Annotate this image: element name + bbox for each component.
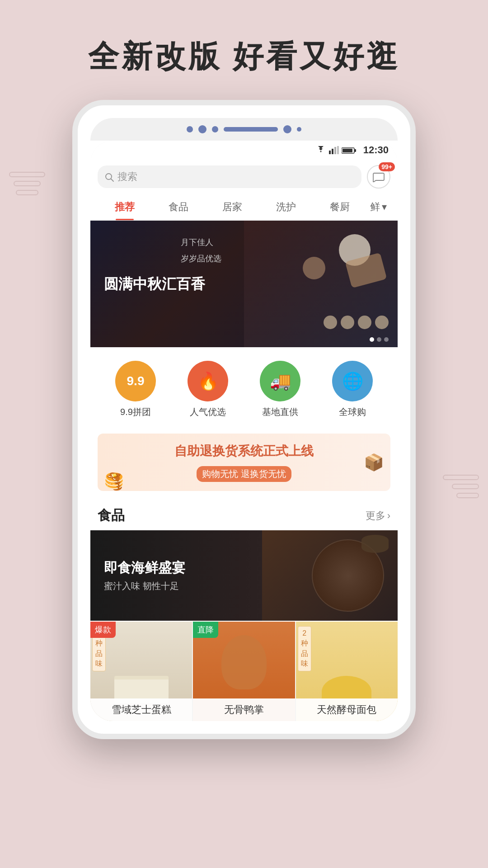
tab-home[interactable]: 居家: [205, 194, 259, 220]
tab-recommended[interactable]: 推荐: [98, 194, 151, 220]
chevron-down-icon: ▾: [382, 201, 387, 213]
food-section-title: 食品: [98, 506, 125, 525]
food-section: 食品 更多 › 即食海鲜盛宴 蜜汁入味 韧性十足: [90, 497, 398, 721]
quick-icon-group-deal[interactable]: 9.9 9.9拼团: [115, 361, 156, 418]
svg-rect-2: [334, 147, 336, 154]
banner-dot-2: [377, 337, 381, 342]
popular-icon-symbol: 🔥: [197, 371, 219, 391]
sensor-3: [283, 125, 291, 133]
speaker-bar: [224, 127, 278, 132]
popular-label: 人气优选: [190, 406, 226, 418]
food-banner[interactable]: 即食海鲜盛宴 蜜汁入味 韧性十足: [90, 530, 398, 621]
signal-icon: [329, 146, 339, 155]
promo-main-text: 自助退换货系统正式上线: [174, 443, 314, 460]
direct-supply-icon: 🚚: [260, 361, 300, 401]
product-1-name: 雪域芝士蛋糕: [90, 698, 192, 721]
tab-more-button[interactable]: 鲜 ▾: [366, 194, 390, 220]
banner-subtitle: 月下佳人 岁岁品优选: [181, 234, 221, 267]
group-deal-icon-text: 9.9: [127, 374, 145, 388]
search-icon: [105, 171, 114, 183]
product-card-2[interactable]: 直降 无骨鸭掌: [193, 622, 295, 721]
group-deal-icon: 9.9: [115, 361, 156, 401]
quick-icon-popular[interactable]: 🔥 人气优选: [188, 361, 228, 418]
main-banner[interactable]: 圆满中秋汇百香 月下佳人 岁岁品优选: [90, 221, 398, 347]
phone-screen: 12:30 搜索: [90, 141, 398, 721]
food-banner-text: 即食海鲜盛宴 蜜汁入味 韧性十足: [104, 559, 185, 592]
promo-sub-text: 购物无忧 退换货无忧: [197, 466, 291, 482]
search-placeholder: 搜索: [117, 170, 137, 184]
product-card-3[interactable]: 2 种 品 味 天然酵母面包: [296, 622, 398, 721]
page-headline: 全新改版 好看又好逛: [0, 36, 488, 77]
message-button[interactable]: 99+: [367, 165, 390, 189]
promo-banner[interactable]: 🥞 自助退换货系统正式上线 购物无忧 退换货无忧 📦: [98, 434, 390, 491]
group-deal-label: 9.9拼团: [120, 406, 151, 418]
sensor-1: [187, 126, 193, 132]
phone-top-sensors: [90, 118, 398, 141]
global-buy-label: 全球购: [339, 406, 366, 418]
svg-rect-5: [354, 149, 356, 152]
direct-supply-label: 基地直供: [262, 406, 298, 418]
product-grid: 3 种 品 味 爆款 雪域芝士蛋糕: [90, 622, 398, 721]
svg-rect-1: [332, 149, 333, 154]
tab-kitchen[interactable]: 餐厨: [313, 194, 366, 220]
direct-supply-icon-symbol: 🚚: [270, 371, 291, 391]
banner-dot-3: [384, 337, 389, 342]
svg-rect-0: [329, 151, 331, 154]
search-bar-container: 搜索 99+: [90, 160, 398, 194]
banner-dots: [370, 337, 389, 342]
banner-dot-1: [370, 337, 374, 342]
status-icons: [315, 146, 356, 155]
banner-title: 圆满中秋汇百香: [104, 273, 205, 295]
battery-icon: [342, 146, 356, 154]
quick-icons-section: 9.9 9.9拼团 🔥 人气优选 🚚 基地直供: [90, 347, 398, 427]
chevron-right-icon: ›: [387, 510, 390, 522]
promo-right-decoration: 📦: [364, 453, 384, 472]
sensor-4: [297, 127, 301, 132]
search-input-wrap[interactable]: 搜索: [98, 165, 361, 188]
product-3-side-badge: 2 种 品 味: [298, 626, 311, 671]
product-3-name: 天然酵母面包: [296, 698, 398, 721]
product-2-name: 无骨鸭掌: [193, 698, 295, 721]
sensor-2: [212, 126, 218, 132]
svg-rect-3: [337, 146, 339, 154]
wifi-icon: [315, 146, 326, 155]
product-1-hot-badge: 爆款: [90, 622, 116, 638]
status-time: 12:30: [363, 144, 389, 156]
svg-rect-6: [343, 149, 352, 152]
global-buy-icon: 🌐: [332, 361, 373, 401]
sensor-camera: [198, 125, 206, 133]
status-bar: 12:30: [90, 141, 398, 160]
tab-personal-care[interactable]: 洗护: [259, 194, 313, 220]
phone-frame: 12:30 搜索: [72, 100, 416, 739]
quick-icon-global[interactable]: 🌐 全球购: [332, 361, 373, 418]
food-section-header: 食品 更多 ›: [90, 497, 398, 530]
global-icon-symbol: 🌐: [342, 371, 363, 391]
message-badge: 99+: [379, 162, 395, 171]
app-content: 搜索 99+ 推荐 食品: [90, 160, 398, 721]
quick-icon-direct[interactable]: 🚚 基地直供: [260, 361, 300, 418]
svg-line-8: [111, 179, 114, 182]
popular-icon: 🔥: [188, 361, 228, 401]
tab-food[interactable]: 食品: [151, 194, 205, 220]
page-header: 全新改版 好看又好逛: [0, 0, 488, 100]
food-more-button[interactable]: 更多 ›: [366, 509, 390, 523]
promo-left-decoration: 🥞: [104, 472, 124, 491]
category-tabs: 推荐 食品 居家 洗护 餐厨 鲜 ▾: [90, 194, 398, 221]
product-card-1[interactable]: 3 种 品 味 爆款 雪域芝士蛋糕: [90, 622, 192, 721]
product-2-sale-badge: 直降: [193, 622, 218, 638]
